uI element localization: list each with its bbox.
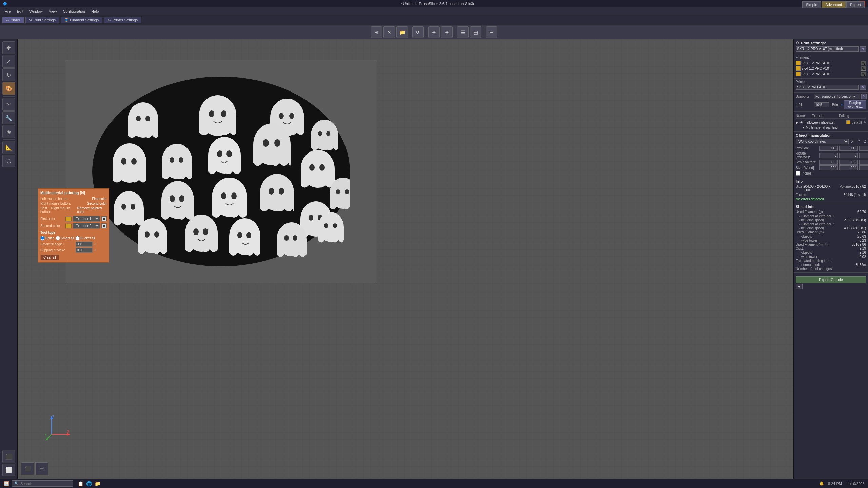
smart-fill-radio-label[interactable]: Smart fill — [56, 236, 74, 240]
first-extruder-select[interactable]: Extruder 1 Extruder 2 Extruder 3 — [73, 216, 100, 222]
rotate-z-input[interactable] — [859, 153, 868, 158]
menu-help[interactable]: Help — [88, 8, 102, 14]
print-profile-edit-button[interactable]: ✎ — [860, 46, 866, 52]
open-file-button[interactable]: 📁 — [396, 26, 408, 38]
first-color-button[interactable]: ■ — [101, 216, 107, 221]
rotate-tool[interactable]: ↻ — [2, 68, 15, 81]
size-z-input[interactable] — [859, 165, 868, 170]
scale-z-input[interactable] — [859, 160, 868, 165]
layer-editing-button[interactable]: ☰ — [457, 26, 469, 38]
svg-point-32 — [274, 139, 280, 147]
bucket-fill-radio[interactable] — [75, 236, 80, 240]
position-x-input[interactable] — [819, 146, 838, 151]
filament-1-edit-button[interactable]: ✎ — [861, 61, 866, 65]
search-input[interactable] — [20, 482, 68, 486]
measure-tool[interactable]: 📐 — [2, 141, 15, 154]
2d-top-button[interactable]: ☰ — [35, 462, 48, 475]
remove-instance-button[interactable]: ⊖ — [441, 26, 453, 38]
clipping-input[interactable] — [76, 248, 93, 253]
brush-radio-label[interactable]: Brush — [40, 236, 54, 240]
second-color-button[interactable]: ■ — [101, 223, 107, 228]
paint-tool[interactable]: 🎨 — [2, 82, 15, 95]
print-profile-input[interactable] — [796, 46, 859, 52]
scale-y-input[interactable] — [839, 160, 858, 165]
move-tool[interactable]: ✥ — [2, 41, 15, 54]
tab-plater[interactable]: 🖨 Plater — [2, 17, 24, 23]
object-edit-icon[interactable]: ✎ — [863, 121, 866, 124]
position-z-input[interactable] — [859, 146, 868, 151]
menu-view[interactable]: View — [46, 8, 60, 14]
search-box[interactable]: 🔍 — [12, 480, 73, 487]
smart-fill-angle-input[interactable] — [76, 242, 93, 247]
mode-expert-button[interactable]: Expert — [846, 1, 865, 8]
angle-confirm-icon[interactable]: ✓ — [94, 242, 97, 246]
menu-configuration[interactable]: Configuration — [60, 8, 87, 14]
taskbar-icon-1[interactable]: 📋 — [78, 481, 83, 486]
infill-input[interactable] — [814, 102, 829, 107]
supports-input[interactable] — [814, 94, 860, 99]
menu-file[interactable]: File — [2, 8, 14, 14]
view-layers-button[interactable]: ▤ — [470, 26, 481, 38]
clear-all-button[interactable]: Clear all — [40, 255, 59, 260]
bucket-fill-radio-label[interactable]: Bucket fill — [75, 236, 95, 240]
export-gcode-button[interactable]: Export G-code — [796, 276, 866, 283]
viewport[interactable]: Z X Y Multimaterial painting [N] Left mo… — [18, 39, 793, 479]
menu-edit[interactable]: Edit — [14, 8, 26, 14]
mode-advanced-button[interactable]: Advanced — [822, 1, 846, 8]
printer-input[interactable] — [796, 85, 859, 90]
rotate-y-input[interactable] — [839, 153, 858, 158]
brim-label: Brim: — [832, 103, 840, 107]
taskbar-icon-3[interactable]: 📁 — [95, 481, 100, 486]
delete-button[interactable]: ✕ — [383, 26, 395, 38]
tab-print-settings[interactable]: ⚙ Print Settings — [25, 17, 59, 23]
3d-perspective-button[interactable]: ⬛ — [21, 462, 34, 475]
notification-icon[interactable]: 🔔 — [819, 481, 824, 486]
position-y-input[interactable] — [839, 146, 858, 151]
printer-edit-button[interactable]: ✎ — [860, 85, 866, 90]
second-color-swatch — [65, 224, 72, 228]
3d-view-button[interactable]: ⬜ — [2, 464, 15, 476]
mode-simple-button[interactable]: Simple — [802, 1, 821, 8]
seam-tool[interactable]: ◈ — [2, 125, 15, 138]
support-tool[interactable]: 🔧 — [2, 111, 15, 124]
rotate-x-input[interactable] — [819, 153, 838, 158]
brush-radio[interactable] — [40, 236, 45, 240]
sub-expand-icon[interactable]: ● — [803, 126, 804, 129]
filament-3-edit-button[interactable]: ✎ — [861, 72, 866, 76]
coord-system-select[interactable]: World coordinates Local coordinates — [796, 139, 849, 144]
printer-section: Printer: ✎ — [794, 79, 868, 93]
2d-view-button[interactable]: ⬛ — [2, 450, 15, 463]
object-visibility-icon[interactable]: 👁 — [800, 121, 803, 124]
size-x-input[interactable] — [819, 165, 838, 170]
tab-printer-settings[interactable]: 🖨 Printer Settings — [104, 17, 141, 23]
clipping-confirm-icon[interactable]: ✓ — [94, 248, 97, 252]
print-bed — [65, 60, 377, 283]
size-y-input[interactable] — [839, 165, 858, 170]
taskbar-icon-2[interactable]: 🌐 — [86, 481, 92, 486]
supports-edit-button[interactable]: ✎ — [861, 94, 867, 99]
object-expand-icon[interactable]: ▶ — [796, 121, 798, 124]
svg-rect-2 — [199, 116, 236, 133]
inches-checkbox[interactable] — [796, 171, 800, 176]
menu-window[interactable]: Window — [27, 8, 45, 14]
undo-button[interactable]: ↩ — [486, 26, 497, 38]
windows-icon[interactable]: 🪟 — [3, 481, 9, 486]
scale-tool[interactable]: ⤢ — [2, 55, 15, 68]
filament-2-edit-button[interactable]: ✎ — [861, 66, 866, 71]
filament-section: Filament: SKR 1.2 PRO A10T ✎ SKR 1.2 PRO… — [794, 54, 868, 79]
arrange-button[interactable]: ⟳ — [412, 26, 424, 38]
purging-volumes-button[interactable]: Purging volumes... — [844, 100, 866, 109]
assembly-tool[interactable]: ⬡ — [2, 155, 15, 167]
brim-info-icon[interactable]: ℹ — [841, 103, 843, 107]
second-extruder-select[interactable]: Extruder 2 Extruder 1 Extruder 3 — [73, 223, 100, 229]
ps-gear-icon[interactable]: ⚙ — [796, 41, 800, 45]
add-instance-button[interactable]: ⊕ — [428, 26, 440, 38]
svg-rect-50 — [212, 197, 247, 215]
smart-fill-radio[interactable] — [56, 236, 60, 240]
svg-point-75 — [284, 235, 289, 241]
scale-x-input[interactable] — [819, 160, 838, 165]
export-options-button[interactable]: ▼ — [796, 284, 803, 289]
cut-tool[interactable]: ✂ — [2, 98, 15, 111]
tab-filament-settings[interactable]: 🧵 Filament Settings — [61, 17, 102, 23]
add-object-button[interactable]: ⊞ — [371, 26, 382, 38]
